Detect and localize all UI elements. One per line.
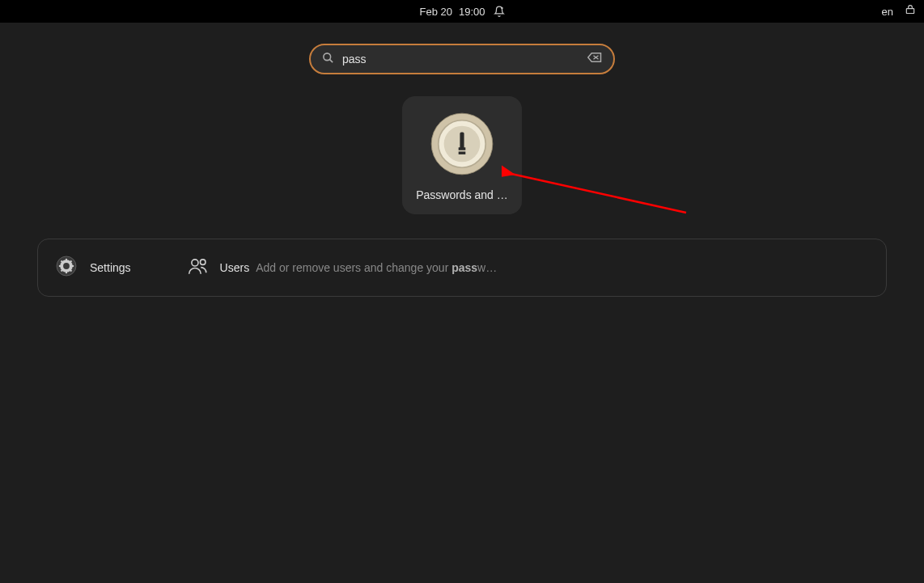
search-container: [0, 44, 924, 74]
search-box[interactable]: [309, 44, 615, 74]
settings-header: Settings: [56, 256, 131, 280]
settings-results-section: Settings Users Add or remove users and c…: [37, 239, 887, 297]
svg-rect-15: [66, 259, 67, 261]
topbar-right: en: [882, 5, 916, 19]
search-icon: [322, 52, 334, 67]
svg-rect-1: [906, 8, 913, 13]
svg-rect-11: [460, 132, 464, 149]
app-results: Passwords and …: [0, 96, 924, 214]
svg-line-3: [329, 59, 333, 62]
svg-point-2: [324, 53, 331, 60]
settings-item-description: Add or remove users and change your pass…: [256, 261, 497, 274]
svg-rect-16: [66, 272, 67, 274]
svg-rect-12: [459, 147, 466, 150]
date-label: Feb 20: [419, 6, 451, 18]
datetime: Feb 20 19:00: [419, 6, 485, 18]
app-passwords-and-keys[interactable]: Passwords and …: [402, 96, 522, 214]
settings-item-title: Users: [220, 261, 250, 274]
settings-gear-icon: [56, 256, 77, 280]
svg-point-24: [200, 260, 206, 265]
app-label: Passwords and …: [416, 188, 508, 201]
users-icon: [188, 256, 209, 279]
notification-bell-icon[interactable]: [494, 6, 505, 17]
system-tray-icon[interactable]: [905, 5, 916, 19]
clear-search-icon[interactable]: [587, 52, 602, 66]
keyring-icon: [427, 109, 497, 179]
svg-rect-18: [72, 265, 74, 267]
top-bar: Feb 20 19:00 en: [0, 0, 924, 23]
settings-label: Settings: [90, 261, 131, 274]
svg-rect-13: [459, 151, 466, 154]
svg-point-0: [501, 7, 502, 9]
search-input[interactable]: [342, 53, 579, 65]
time-label: 19:00: [459, 6, 485, 18]
svg-point-23: [191, 260, 197, 266]
settings-item-text: Users Add or remove users and change you…: [220, 261, 498, 274]
topbar-center[interactable]: Feb 20 19:00: [419, 6, 504, 18]
language-indicator[interactable]: en: [882, 6, 893, 18]
settings-result-users[interactable]: Users Add or remove users and change you…: [188, 256, 498, 279]
svg-rect-17: [59, 265, 61, 267]
